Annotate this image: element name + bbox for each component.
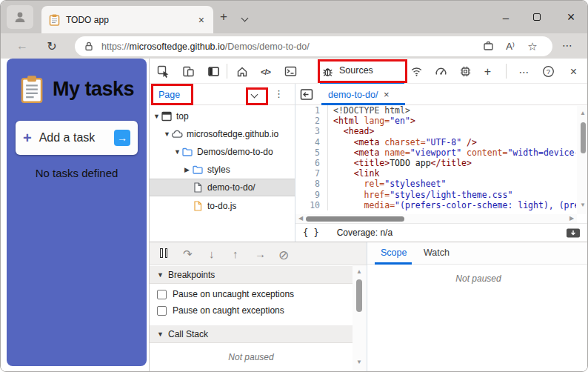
tab-list-chevron-icon[interactable]: [242, 16, 247, 21]
sources-tab-button[interactable]: [321, 65, 334, 78]
line-number[interactable]: 5: [295, 147, 328, 158]
submit-task-button[interactable]: →: [114, 130, 130, 146]
line-number[interactable]: 2: [295, 116, 328, 126]
help-button[interactable]: ?: [542, 65, 555, 78]
workspaces-icon[interactable]: [477, 40, 499, 53]
scroll-down-arrow[interactable]: ▼: [577, 202, 588, 208]
tree-item-label: to-do.js: [207, 201, 236, 211]
code-line[interactable]: 1<!DOCTYPE html>: [295, 105, 576, 116]
pause-uncaught-checkbox[interactable]: [157, 290, 167, 299]
focus-panel-button[interactable]: [207, 65, 220, 78]
source-code-editor[interactable]: 1<!DOCTYPE html>2<html lang="en">3 <head…: [295, 105, 576, 214]
pretty-print-button[interactable]: { }: [303, 227, 319, 238]
tree-item-to-do-js[interactable]: to-do.js: [150, 197, 295, 215]
code-line[interactable]: 6 <title>TODO app</title>: [295, 158, 576, 168]
code-line[interactable]: 10 media="(prefers-color-scheme: light),…: [295, 200, 576, 210]
step-out-button[interactable]: ↑: [233, 248, 238, 260]
breakpoints-section-header[interactable]: ▼ Breakpoints: [150, 266, 353, 284]
editor-horizontal-scrollbar[interactable]: ◀ ▶: [295, 214, 577, 223]
tree-item-styles-folder[interactable]: ▶ styles: [150, 161, 295, 179]
network-tab-button[interactable]: [410, 65, 423, 78]
welcome-tab-button[interactable]: [235, 65, 248, 78]
customize-devtools-button[interactable]: ⋯: [518, 65, 530, 78]
code-line[interactable]: 9 href="styles/light-theme.css": [295, 190, 576, 200]
scrollbar-thumb[interactable]: [306, 216, 404, 222]
collapse-arrow-icon[interactable]: ▶: [184, 166, 192, 173]
editor-vertical-scrollbar[interactable]: ▲ ▼: [577, 106, 588, 214]
expand-arrow-icon[interactable]: ▼: [164, 130, 171, 138]
line-number[interactable]: 7: [295, 168, 328, 179]
watch-tab[interactable]: Watch: [424, 248, 450, 258]
expand-arrow-icon[interactable]: ▼: [153, 113, 161, 120]
scroll-up-arrow[interactable]: ▲: [577, 110, 588, 116]
editor-tab-close-button[interactable]: ×: [384, 89, 390, 100]
tree-item-top[interactable]: ▼ top: [150, 107, 295, 125]
hide-navigator-button[interactable]: [300, 88, 313, 104]
code-line[interactable]: 5 <meta name="viewport" content="width=d…: [295, 147, 576, 158]
code-line[interactable]: 3 <head>: [295, 126, 576, 136]
window-close-button[interactable]: ×: [556, 1, 586, 33]
show-drawer-icon[interactable]: [566, 227, 581, 239]
code-line[interactable]: 8 rel="stylesheet": [295, 179, 576, 189]
console-tab-button[interactable]: [284, 65, 297, 78]
call-stack-section-header[interactable]: ▼ Call Stack: [150, 325, 353, 343]
tree-item-origin[interactable]: ▼ microsoftedge.github.io: [150, 125, 295, 143]
step-over-button[interactable]: ↷: [183, 248, 193, 261]
line-number[interactable]: 10: [295, 200, 328, 210]
address-bar[interactable]: https://microsoftedge.github.io/Demos/de…: [75, 36, 552, 56]
navigator-page-tab[interactable]: Page: [158, 90, 180, 100]
more-tools-add-button[interactable]: +: [481, 65, 494, 78]
step-button[interactable]: →: [255, 248, 266, 260]
profile-button[interactable]: [7, 5, 33, 29]
code-line[interactable]: 4 <meta charset="UTF-8" />: [295, 137, 576, 147]
debugger-pane-scrollbar[interactable]: ▲ ▼: [353, 265, 366, 372]
back-button[interactable]: ←: [11, 33, 33, 59]
scope-tab[interactable]: Scope: [381, 248, 407, 258]
code-line[interactable]: 7 <link: [295, 168, 576, 179]
editor-tab-demo-to-do[interactable]: demo-to-do/: [328, 90, 378, 100]
performance-tab-button[interactable]: [435, 65, 447, 78]
pause-button[interactable]: [160, 248, 167, 258]
step-into-button[interactable]: ↓: [209, 248, 215, 260]
settings-more-button[interactable]: ⋯: [562, 39, 572, 51]
device-emulation-button[interactable]: [182, 65, 195, 78]
refresh-button[interactable]: ↻: [41, 33, 63, 59]
breakpoints-label: Breakpoints: [168, 270, 215, 280]
memory-tab-button[interactable]: [459, 65, 472, 78]
tab-close-button[interactable]: ×: [197, 14, 206, 26]
pause-caught-checkbox[interactable]: [157, 306, 167, 316]
scroll-right-arrow[interactable]: ▶: [567, 216, 577, 222]
line-number[interactable]: 3: [295, 126, 328, 136]
tree-item-demo-to-do-selected[interactable]: demo-to-do/: [150, 179, 295, 196]
new-tab-button[interactable]: +: [220, 10, 227, 24]
favorites-star-button[interactable]: ☆: [521, 40, 544, 53]
navigator-menu-button[interactable]: ⋮: [274, 88, 284, 99]
read-aloud-button[interactable]: A): [499, 41, 521, 52]
inspect-element-button[interactable]: [157, 65, 170, 78]
scrollbar-thumb[interactable]: [581, 122, 586, 153]
expand-arrow-icon[interactable]: ▼: [174, 148, 181, 156]
line-number[interactable]: 8: [295, 179, 328, 189]
close-devtools-button[interactable]: ×: [567, 65, 580, 78]
scroll-down-arrow[interactable]: ▼: [353, 359, 366, 365]
tree-item-label: top: [176, 111, 189, 122]
line-number[interactable]: 6: [295, 158, 328, 168]
window-maximize-button[interactable]: [522, 1, 552, 33]
add-task-button[interactable]: + Add a task →: [16, 121, 138, 155]
tree-item-demos-folder[interactable]: ▼ Demos/demo-to-do: [150, 143, 295, 161]
deactivate-breakpoints-button[interactable]: ⊘: [278, 248, 289, 263]
elements-tab-button[interactable]: </>: [259, 65, 272, 78]
more-navigator-tabs-chevron[interactable]: [252, 92, 257, 97]
code-line[interactable]: 2<html lang="en">: [295, 116, 576, 126]
sources-tab-label[interactable]: Sources: [339, 65, 373, 76]
add-task-label: Add a task: [39, 131, 114, 145]
scroll-up-arrow[interactable]: ▲: [353, 269, 366, 275]
window-minimize-button[interactable]: –: [491, 1, 521, 33]
code-text: <title>TODO app</title>: [328, 158, 472, 168]
line-number[interactable]: 1: [295, 105, 328, 116]
browser-tab[interactable]: TODO app ×: [41, 6, 213, 33]
line-number[interactable]: 4: [295, 137, 328, 147]
line-number[interactable]: 9: [295, 190, 328, 200]
scrollbar-thumb[interactable]: [356, 279, 362, 312]
scroll-left-arrow[interactable]: ◀: [295, 216, 306, 222]
